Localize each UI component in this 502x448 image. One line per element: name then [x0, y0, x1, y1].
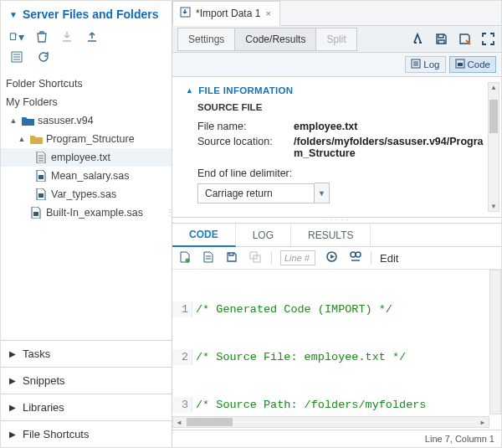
tree-folder-program-structure[interactable]: ▲ Program_Structure	[1, 130, 172, 148]
sas-file-icon	[29, 206, 43, 219]
my-folders-row[interactable]: My Folders	[1, 93, 172, 111]
mode-settings[interactable]: Settings	[177, 28, 235, 51]
scroll-left-icon[interactable]: ◀	[173, 417, 185, 427]
kv-filename: File name: employee.txt	[197, 121, 484, 132]
sidebar-toolbar-row2	[1, 49, 172, 71]
folder-shortcuts-row[interactable]: Folder Shortcuts	[1, 75, 172, 93]
editor-horizontal-scrollbar[interactable]: ◀ ▶	[172, 416, 489, 428]
code-editor[interactable]: 1/* Generated Code (IMPORT) */ 2/* Sourc…	[172, 270, 501, 430]
tree-file-mean-salary[interactable]: Mean_salary.sas	[1, 167, 172, 185]
sourceloc-label: Source location:	[197, 136, 294, 159]
refresh-icon[interactable]	[36, 49, 51, 64]
line-number-input[interactable]: Line #	[280, 250, 315, 265]
drag-handle-icon[interactable]: ⋮	[166, 203, 172, 222]
close-icon[interactable]: ×	[265, 8, 270, 18]
code-icon	[455, 59, 465, 70]
eol-selected-value[interactable]: Carriage return	[197, 183, 315, 203]
editor-vertical-scrollbar[interactable]	[489, 270, 501, 415]
delete-icon[interactable]	[34, 29, 49, 44]
file-information-heading[interactable]: ▲ FILE INFORMATION	[186, 85, 484, 95]
tree-label: Built-In_example.sas	[46, 203, 143, 222]
source-file-heading: SOURCE FILE	[197, 102, 484, 112]
section-tasks[interactable]: ▶ Tasks	[1, 341, 172, 367]
filename-label: File name:	[197, 121, 294, 132]
section-file-shortcuts[interactable]: ▶ File Shortcuts	[1, 420, 172, 447]
gutter: 3	[172, 397, 192, 413]
collapse-icon[interactable]: ▲	[18, 130, 26, 148]
svg-rect-9	[38, 175, 44, 179]
scroll-up-icon[interactable]: ▲	[489, 84, 499, 91]
folder-icon	[21, 114, 34, 127]
scrollbar-thumb[interactable]	[187, 418, 233, 426]
expand-right-icon: ▶	[9, 376, 18, 385]
properties-icon[interactable]	[9, 49, 24, 64]
dropdown-icon[interactable]: ▼	[315, 183, 330, 203]
section-label: Snippets	[23, 374, 65, 387]
chip-log[interactable]: Log	[405, 56, 445, 73]
find-icon[interactable]	[347, 250, 362, 265]
main-panel: *Import Data 1 × Settings Code/Results S…	[172, 1, 501, 447]
tree-folder-sasuser[interactable]: ▲ sasuser.v94	[1, 111, 172, 130]
my-folders-label: My Folders	[6, 93, 58, 111]
section-libraries[interactable]: ▶ Libraries	[1, 394, 172, 420]
expand-right-icon: ▶	[9, 430, 18, 439]
tree-label: employee.txt	[51, 148, 110, 167]
download-icon[interactable]	[59, 29, 74, 44]
code-area: CODE LOG RESULTS Line #	[172, 224, 501, 447]
svg-rect-11	[33, 212, 38, 216]
tab-log[interactable]: LOG	[236, 224, 291, 246]
eol-label: End of line delimiter:	[197, 167, 484, 179]
tab-results[interactable]: RESULTS	[291, 224, 371, 246]
new-menu-icon[interactable]: +▾	[9, 29, 24, 44]
vertical-scrollbar[interactable]: ▲ ▼	[488, 82, 499, 212]
kv-sourceloc: Source location: /folders/myfolders/sasu…	[197, 136, 484, 159]
goto-line-icon[interactable]	[324, 250, 339, 265]
chip-label: Log	[423, 59, 439, 70]
mode-split[interactable]: Split	[316, 28, 356, 51]
section-snippets[interactable]: ▶ Snippets	[1, 367, 172, 394]
new-code-icon[interactable]	[177, 251, 192, 265]
upload-icon[interactable]	[85, 29, 100, 44]
file-information-heading-text: FILE INFORMATION	[198, 85, 293, 95]
svg-point-26	[351, 252, 356, 257]
folder-open-icon	[29, 132, 43, 146]
section-label: Libraries	[23, 401, 64, 414]
mode-code-results[interactable]: Code/Results	[235, 28, 316, 51]
chip-label: Code	[468, 59, 491, 70]
splitter-handle[interactable]: · · · · ·	[172, 218, 501, 224]
copy-icon[interactable]	[248, 251, 263, 265]
svg-text:+: +	[14, 31, 18, 37]
editor-viewport: 1/* Generated Code (IMPORT) */ 2/* Sourc…	[172, 270, 489, 415]
save-icon[interactable]	[433, 31, 449, 48]
sidebar-header[interactable]: ▼ Server Files and Folders	[1, 1, 172, 26]
run-icon[interactable]	[409, 31, 426, 48]
tree-file-var-types[interactable]: Var_types.sas	[1, 185, 172, 203]
separator	[271, 251, 272, 265]
tree-file-builtin-example[interactable]: Built-In_example.sas ⋮	[1, 203, 172, 222]
collapse-icon[interactable]: ▲	[9, 111, 18, 130]
file-tree: Folder Shortcuts My Folders ▲ sasuser.v9…	[1, 71, 172, 340]
scroll-down-icon[interactable]: ▼	[489, 203, 499, 210]
file-icon	[34, 151, 48, 164]
document-tab[interactable]: *Import Data 1 ×	[172, 1, 280, 26]
cursor-position: Line 7, Column 1	[425, 434, 494, 444]
edit-menu[interactable]: Edit	[380, 252, 398, 265]
scroll-right-icon[interactable]: ▶	[477, 417, 489, 427]
eol-select: Carriage return ▼	[197, 183, 484, 203]
scrollbar-thumb[interactable]	[489, 100, 498, 133]
open-code-icon[interactable]	[201, 251, 216, 265]
tab-code[interactable]: CODE	[172, 224, 236, 247]
log-icon	[411, 59, 421, 70]
tree-file-employee[interactable]: employee.txt	[1, 148, 172, 167]
code-line: /* Source Path: /folders/myfolders	[192, 397, 426, 413]
collapse-icon: ▲	[186, 86, 193, 95]
code-line: /* Generated Code (IMPORT) */	[192, 301, 392, 317]
save-as-icon[interactable]	[456, 31, 473, 48]
svg-marker-25	[330, 255, 335, 259]
chip-code[interactable]: Code	[449, 56, 497, 73]
expand-right-icon: ▶	[9, 403, 18, 412]
maximize-icon[interactable]	[479, 31, 496, 48]
section-label: Tasks	[23, 348, 50, 360]
svg-rect-10	[38, 193, 44, 198]
save-code-icon[interactable]	[224, 251, 239, 265]
